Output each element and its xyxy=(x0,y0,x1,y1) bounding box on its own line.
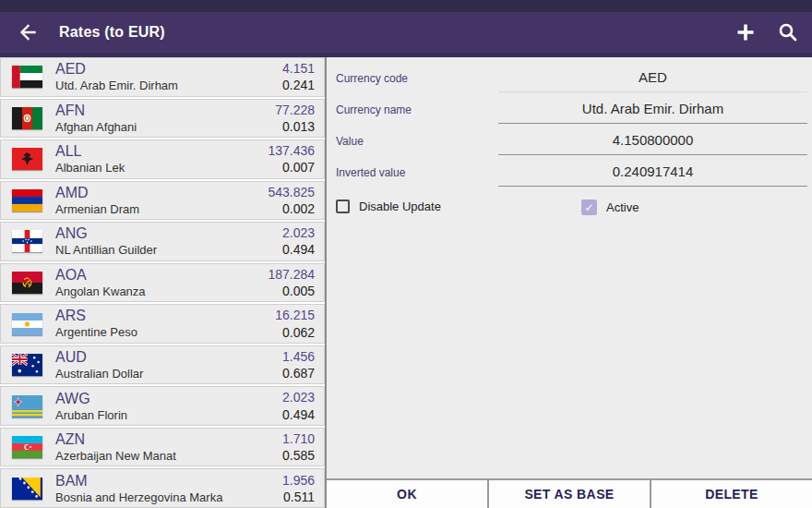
currency-name: Australian Dollar xyxy=(55,367,143,381)
plus-icon[interactable] xyxy=(727,14,764,51)
currency-name: Aruban Florin xyxy=(55,408,127,423)
currency-code: ARS xyxy=(55,307,137,325)
currency-rate: 187.284 xyxy=(268,266,315,283)
field-row-currency-name: Currency nameUtd. Arab Emir. Dirham xyxy=(334,94,807,126)
currency-rate: 1.456 xyxy=(282,348,315,365)
search-icon[interactable] xyxy=(770,14,806,51)
currency-inverted-rate: 0.002 xyxy=(282,200,315,217)
disable-update-checkbox[interactable]: Disable Update xyxy=(336,200,441,213)
currency-row-awg[interactable]: AWGAruban Florin2.0230.494 xyxy=(0,386,325,426)
currency-values: 1.4560.687 xyxy=(282,348,315,381)
field-value-input[interactable]: 4.150800000 xyxy=(498,128,807,155)
currency-code: AMD xyxy=(55,184,139,202)
flag-all-icon xyxy=(12,148,42,170)
currency-row-afn[interactable]: AFNAfghan Afghani77.2280.013 xyxy=(0,99,325,139)
active-checkbox: ✓ Active xyxy=(581,200,639,215)
field-label: Value xyxy=(334,135,498,148)
field-value-input[interactable]: Utd. Arab Emir. Dirham xyxy=(498,97,807,124)
currency-code: AOA xyxy=(55,266,146,284)
delete-button[interactable]: DELETE xyxy=(650,480,812,508)
currency-row-aoa[interactable]: AOAAngolan Kwanza187.2840.005 xyxy=(0,263,325,303)
currency-texts: BAMBosnia and Herzegovina Marka xyxy=(55,472,222,505)
fields-container: Currency codeAEDCurrency nameUtd. Arab E… xyxy=(334,63,807,188)
currency-texts: AEDUtd. Arab Emir. Dirham xyxy=(55,60,178,93)
currency-inverted-rate: 0.013 xyxy=(282,118,315,135)
currency-values: 1.9560.511 xyxy=(282,472,315,505)
currency-row-all[interactable]: ALLAlbanian Lek137.4360.007 xyxy=(0,139,325,179)
flag-azn-icon xyxy=(12,436,42,458)
currency-rate: 1.956 xyxy=(282,472,315,489)
currency-texts: ANGNL Antillian Guilder xyxy=(55,224,157,258)
currency-rate: 137.436 xyxy=(268,142,315,159)
bottom-button-bar: OKSET AS BASEDELETE xyxy=(327,478,812,508)
currency-name: Azerbaijan New Manat xyxy=(55,449,176,464)
currency-code: AUD xyxy=(55,348,143,367)
ok-button[interactable]: OK xyxy=(327,480,487,508)
flag-ang-icon xyxy=(12,230,42,252)
flag-aoa-icon xyxy=(12,272,42,294)
page-title: Rates (to EUR) xyxy=(59,24,165,41)
currency-values: 2.0230.494 xyxy=(282,389,315,422)
field-row-currency-code: Currency codeAED xyxy=(334,63,807,94)
currency-inverted-rate: 0.062 xyxy=(282,324,315,341)
currency-row-ars[interactable]: ARSArgentine Peso16.2150.062 xyxy=(0,304,325,344)
currency-row-azn[interactable]: AZNAzerbaijan New Manat1.7100.585 xyxy=(0,428,325,467)
currency-values: 16.2150.062 xyxy=(275,307,315,340)
checkbox-label: Disable Update xyxy=(359,200,441,213)
currency-rate: 1.710 xyxy=(282,430,315,447)
flag-bam-icon xyxy=(12,478,42,500)
currency-inverted-rate: 0.494 xyxy=(282,241,315,258)
currency-name: Bosnia and Herzegovina Marka xyxy=(55,490,222,505)
currency-values: 543.8250.002 xyxy=(268,184,315,217)
currency-inverted-rate: 0.494 xyxy=(282,406,315,423)
checkbox-label: Active xyxy=(606,200,639,214)
flag-amd-icon xyxy=(12,189,42,212)
flag-aed-icon xyxy=(12,66,42,88)
currency-inverted-rate: 0.241 xyxy=(282,77,315,93)
currency-list: AEDUtd. Arab Emir. Dirham4.1510.241AFNAf… xyxy=(0,57,325,508)
flag-afn-icon xyxy=(12,107,42,129)
currency-texts: AFNAfghan Afghani xyxy=(55,102,137,135)
currency-code: AWG xyxy=(55,390,127,408)
checkbox-checked-icon: ✓ xyxy=(581,200,597,215)
checkbox-unchecked-icon[interactable] xyxy=(336,200,350,213)
field-value-input: AED xyxy=(498,66,807,92)
field-value-input[interactable]: 0.240917414 xyxy=(498,160,807,187)
currency-row-aud[interactable]: AUDAustralian Dollar1.4560.687 xyxy=(0,345,325,385)
field-row-inverted-value: Inverted value0.240917414 xyxy=(334,157,807,188)
currency-inverted-rate: 0.511 xyxy=(283,489,315,505)
currency-values: 4.1510.241 xyxy=(282,60,315,93)
currency-rate: 543.825 xyxy=(268,184,315,200)
currency-texts: AUDAustralian Dollar xyxy=(55,348,143,381)
currency-texts: ALLAlbanian Lek xyxy=(55,142,125,175)
currency-name: Armenian Dram xyxy=(55,202,139,217)
flag-ars-icon xyxy=(12,313,42,335)
currency-rate: 2.023 xyxy=(282,389,315,405)
flag-aud-icon xyxy=(12,354,42,376)
currency-texts: AOAAngolan Kwanza xyxy=(55,266,146,299)
currency-inverted-rate: 0.005 xyxy=(282,283,315,299)
currency-code: AED xyxy=(55,60,178,79)
currency-values: 77.2280.013 xyxy=(275,102,315,135)
currency-code: AZN xyxy=(55,430,176,449)
back-arrow-icon[interactable] xyxy=(7,14,44,51)
currency-texts: ARSArgentine Peso xyxy=(55,307,137,340)
currency-rate: 2.023 xyxy=(282,224,315,241)
status-bar xyxy=(0,0,812,12)
currency-row-bam[interactable]: BAMBosnia and Herzegovina Marka1.9560.51… xyxy=(0,468,325,508)
currency-row-aed[interactable]: AEDUtd. Arab Emir. Dirham4.1510.241 xyxy=(0,57,325,97)
currency-row-amd[interactable]: AMDArmenian Dram543.8250.002 xyxy=(0,181,325,221)
currency-texts: AZNAzerbaijan New Manat xyxy=(55,430,176,464)
currency-texts: AWGAruban Florin xyxy=(55,390,127,423)
currency-values: 137.4360.007 xyxy=(268,142,315,175)
flag-awg-icon xyxy=(12,395,42,417)
currency-code: AFN xyxy=(55,102,137,120)
currency-name: NL Antillian Guilder xyxy=(55,243,157,258)
app-bar: Rates (to EUR) xyxy=(0,12,812,53)
currency-values: 187.2840.005 xyxy=(268,266,315,299)
currency-name: Argentine Peso xyxy=(55,325,137,340)
currency-row-ang[interactable]: ANGNL Antillian Guilder2.0230.494 xyxy=(0,222,325,261)
set-as-base-button[interactable]: SET AS BASE xyxy=(487,480,650,508)
currency-inverted-rate: 0.687 xyxy=(282,365,315,381)
currency-texts: AMDArmenian Dram xyxy=(55,184,139,217)
